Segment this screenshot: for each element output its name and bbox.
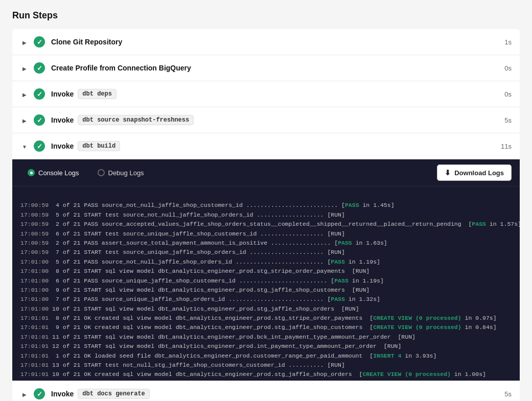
status-success-icon	[34, 36, 45, 48]
code-badge: dbt deps	[78, 89, 117, 99]
log-toolbar: Console Logs Debug Logs ⬇ Download Logs	[12, 159, 520, 186]
chevron-icon	[20, 142, 29, 150]
step-name: Create Profile from Connection BigQuery	[51, 64, 191, 72]
step-duration: 11s	[493, 143, 512, 150]
step-name: Invoke	[51, 142, 74, 150]
step-row[interactable]: Create Profile from Connection BigQuery …	[12, 55, 520, 81]
step-label: Invoke dbt build	[51, 141, 493, 151]
status-success-icon	[34, 140, 45, 152]
chevron-icon	[20, 90, 29, 98]
step-row[interactable]: Invoke dbt deps 0s	[12, 81, 520, 107]
status-success-icon	[34, 62, 45, 74]
page-container: Run Steps Clone Git Repository 1s Create…	[0, 0, 532, 401]
chevron-icon	[20, 38, 29, 46]
step-label: Invoke dbt deps	[51, 89, 496, 99]
step-name: Clone Git Repository	[51, 38, 122, 46]
debug-logs-label: Debug Logs	[108, 169, 144, 177]
chevron-right-icon	[22, 89, 27, 99]
tab-console-logs[interactable]: Console Logs	[20, 166, 86, 180]
chevron-icon	[20, 116, 29, 124]
tab-debug-logs[interactable]: Debug Logs	[90, 166, 151, 180]
chevron-right-icon	[22, 115, 27, 125]
code-badge: dbt build	[78, 141, 120, 151]
chevron-down-icon	[22, 141, 27, 151]
run-steps-container: Clone Git Repository 1s Create Profile f…	[12, 29, 520, 401]
step-duration: 5s	[496, 390, 512, 398]
step-name: Invoke	[51, 390, 74, 398]
step-duration: 1s	[496, 38, 512, 46]
status-success-icon	[34, 88, 45, 100]
status-success-icon	[34, 114, 45, 126]
step-name: Invoke	[51, 116, 74, 124]
step-duration: 0s	[496, 90, 512, 98]
step-label: Create Profile from Connection BigQuery	[51, 64, 496, 72]
log-content[interactable]: 17:00:59 4 of 21 PASS source_not_null_ja…	[12, 186, 520, 381]
download-logs-label: Download Logs	[454, 169, 504, 177]
download-logs-button[interactable]: ⬇ Download Logs	[437, 164, 512, 181]
code-badge: dbt docs generate	[78, 389, 149, 399]
step-label: Clone Git Repository	[51, 38, 496, 46]
step-row[interactable]: Invoke dbt source snapshot-freshness 5s	[12, 107, 520, 133]
step-row[interactable]: Invoke dbt docs generate 5s	[12, 381, 520, 401]
radio-debug[interactable]	[98, 169, 105, 176]
step-row[interactable]: Clone Git Repository 1s	[12, 29, 520, 55]
step-row-expanded[interactable]: Invoke dbt build 11s	[12, 133, 520, 159]
step-name: Invoke	[51, 90, 74, 98]
log-panel: Console Logs Debug Logs ⬇ Download Logs …	[12, 159, 520, 381]
chevron-right-icon	[22, 389, 27, 398]
chevron-icon	[20, 390, 29, 398]
radio-console[interactable]	[28, 169, 35, 176]
step-label: Invoke dbt source snapshot-freshness	[51, 115, 496, 125]
download-icon: ⬇	[445, 169, 451, 177]
chevron-right-icon	[22, 63, 27, 73]
step-duration: 0s	[496, 64, 512, 72]
chevron-right-icon	[22, 37, 27, 46]
step-duration: 5s	[496, 116, 512, 124]
console-logs-label: Console Logs	[38, 169, 79, 177]
chevron-icon	[20, 64, 29, 72]
status-success-icon	[34, 388, 45, 399]
page-title: Run Steps	[12, 10, 520, 21]
step-label: Invoke dbt docs generate	[51, 389, 496, 399]
code-badge: dbt source snapshot-freshness	[78, 115, 194, 125]
